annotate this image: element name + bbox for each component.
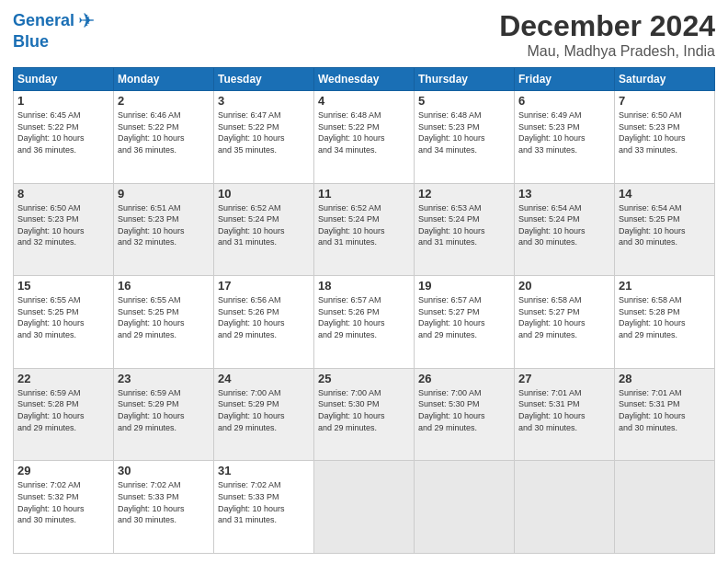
table-row: 24Sunrise: 7:00 AM Sunset: 5:29 PM Dayli… — [214, 368, 314, 461]
day-info: Sunrise: 6:55 AM Sunset: 5:25 PM Dayligh… — [118, 294, 210, 340]
day-info: Sunrise: 7:00 AM Sunset: 5:30 PM Dayligh… — [418, 387, 510, 433]
day-info: Sunrise: 6:55 AM Sunset: 5:25 PM Dayligh… — [17, 294, 109, 340]
col-tuesday: Tuesday — [214, 68, 314, 91]
day-info: Sunrise: 6:54 AM Sunset: 5:24 PM Dayligh… — [518, 202, 610, 248]
logo-text: General — [13, 12, 74, 30]
day-info: Sunrise: 6:54 AM Sunset: 5:25 PM Dayligh… — [619, 202, 711, 248]
day-number: 25 — [318, 372, 410, 385]
table-row: 15Sunrise: 6:55 AM Sunset: 5:25 PM Dayli… — [14, 276, 114, 369]
table-row — [415, 461, 515, 554]
day-info: Sunrise: 7:02 AM Sunset: 5:32 PM Dayligh… — [17, 479, 109, 525]
page-subtitle: Mau, Madhya Pradesh, India — [499, 43, 715, 60]
day-number: 30 — [118, 464, 210, 477]
day-number: 19 — [418, 279, 510, 293]
logo: General ✈ Blue — [13, 9, 95, 52]
day-number: 4 — [318, 94, 410, 108]
col-friday: Friday — [515, 68, 615, 91]
table-row: 30Sunrise: 7:02 AM Sunset: 5:33 PM Dayli… — [114, 461, 214, 554]
day-number: 20 — [518, 279, 610, 293]
day-number: 15 — [17, 279, 109, 293]
table-row: 3Sunrise: 6:47 AM Sunset: 5:22 PM Daylig… — [214, 91, 314, 184]
day-number: 2 — [118, 94, 210, 108]
calendar-header-row: Sunday Monday Tuesday Wednesday Thursday… — [14, 68, 715, 91]
table-row — [515, 461, 615, 554]
page-title: December 2024 — [499, 9, 715, 43]
table-row: 11Sunrise: 6:52 AM Sunset: 5:24 PM Dayli… — [314, 183, 415, 276]
calendar-week-5: 29Sunrise: 7:02 AM Sunset: 5:32 PM Dayli… — [14, 461, 715, 554]
day-number: 22 — [17, 372, 109, 385]
day-info: Sunrise: 6:49 AM Sunset: 5:23 PM Dayligh… — [518, 109, 610, 155]
table-row: 20Sunrise: 6:58 AM Sunset: 5:27 PM Dayli… — [515, 276, 615, 369]
day-number: 18 — [318, 279, 410, 293]
day-number: 9 — [118, 187, 210, 201]
table-row: 31Sunrise: 7:02 AM Sunset: 5:33 PM Dayli… — [214, 461, 314, 554]
table-row: 13Sunrise: 6:54 AM Sunset: 5:24 PM Dayli… — [515, 183, 615, 276]
logo-bird-icon: ✈ — [78, 9, 95, 33]
table-row: 12Sunrise: 6:53 AM Sunset: 5:24 PM Dayli… — [415, 183, 515, 276]
day-number: 24 — [218, 372, 310, 385]
table-row: 5Sunrise: 6:48 AM Sunset: 5:23 PM Daylig… — [415, 91, 515, 184]
table-row: 26Sunrise: 7:00 AM Sunset: 5:30 PM Dayli… — [415, 368, 515, 461]
day-info: Sunrise: 7:00 AM Sunset: 5:29 PM Dayligh… — [218, 387, 310, 433]
day-info: Sunrise: 6:47 AM Sunset: 5:22 PM Dayligh… — [218, 109, 310, 155]
day-number: 29 — [17, 464, 109, 477]
table-row: 16Sunrise: 6:55 AM Sunset: 5:25 PM Dayli… — [114, 276, 214, 369]
day-number: 7 — [619, 94, 711, 108]
day-number: 1 — [17, 94, 109, 108]
table-row: 10Sunrise: 6:52 AM Sunset: 5:24 PM Dayli… — [214, 183, 314, 276]
col-saturday: Saturday — [615, 68, 715, 91]
day-info: Sunrise: 6:57 AM Sunset: 5:27 PM Dayligh… — [418, 294, 510, 340]
day-info: Sunrise: 6:58 AM Sunset: 5:28 PM Dayligh… — [619, 294, 711, 340]
day-info: Sunrise: 7:01 AM Sunset: 5:31 PM Dayligh… — [518, 387, 610, 433]
table-row: 28Sunrise: 7:01 AM Sunset: 5:31 PM Dayli… — [615, 368, 715, 461]
title-area: December 2024 Mau, Madhya Pradesh, India — [499, 9, 715, 60]
day-number: 6 — [518, 94, 610, 108]
day-info: Sunrise: 6:59 AM Sunset: 5:28 PM Dayligh… — [17, 387, 109, 433]
day-number: 13 — [518, 187, 610, 201]
table-row: 22Sunrise: 6:59 AM Sunset: 5:28 PM Dayli… — [14, 368, 114, 461]
table-row: 27Sunrise: 7:01 AM Sunset: 5:31 PM Dayli… — [515, 368, 615, 461]
col-monday: Monday — [114, 68, 214, 91]
table-row: 23Sunrise: 6:59 AM Sunset: 5:29 PM Dayli… — [114, 368, 214, 461]
day-info: Sunrise: 6:45 AM Sunset: 5:22 PM Dayligh… — [17, 109, 109, 155]
day-info: Sunrise: 6:53 AM Sunset: 5:24 PM Dayligh… — [418, 202, 510, 248]
day-number: 11 — [318, 187, 410, 201]
day-number: 10 — [218, 187, 310, 201]
day-info: Sunrise: 6:48 AM Sunset: 5:22 PM Dayligh… — [318, 109, 410, 155]
table-row: 17Sunrise: 6:56 AM Sunset: 5:26 PM Dayli… — [214, 276, 314, 369]
table-row: 25Sunrise: 7:00 AM Sunset: 5:30 PM Dayli… — [314, 368, 415, 461]
day-info: Sunrise: 7:00 AM Sunset: 5:30 PM Dayligh… — [318, 387, 410, 433]
day-info: Sunrise: 7:02 AM Sunset: 5:33 PM Dayligh… — [118, 479, 210, 525]
day-number: 8 — [17, 187, 109, 201]
day-number: 14 — [619, 187, 711, 201]
col-sunday: Sunday — [14, 68, 114, 91]
day-number: 21 — [619, 279, 711, 293]
table-row: 9Sunrise: 6:51 AM Sunset: 5:23 PM Daylig… — [114, 183, 214, 276]
day-info: Sunrise: 7:02 AM Sunset: 5:33 PM Dayligh… — [218, 479, 310, 525]
day-info: Sunrise: 6:51 AM Sunset: 5:23 PM Dayligh… — [118, 202, 210, 248]
calendar-week-2: 8Sunrise: 6:50 AM Sunset: 5:23 PM Daylig… — [14, 183, 715, 276]
day-number: 31 — [218, 464, 310, 477]
day-number: 16 — [118, 279, 210, 293]
day-info: Sunrise: 6:58 AM Sunset: 5:27 PM Dayligh… — [518, 294, 610, 340]
table-row: 19Sunrise: 6:57 AM Sunset: 5:27 PM Dayli… — [415, 276, 515, 369]
calendar-table: Sunday Monday Tuesday Wednesday Thursday… — [13, 67, 715, 554]
calendar-week-3: 15Sunrise: 6:55 AM Sunset: 5:25 PM Dayli… — [14, 276, 715, 369]
table-row: 2Sunrise: 6:46 AM Sunset: 5:22 PM Daylig… — [114, 91, 214, 184]
table-row: 14Sunrise: 6:54 AM Sunset: 5:25 PM Dayli… — [615, 183, 715, 276]
table-row: 8Sunrise: 6:50 AM Sunset: 5:23 PM Daylig… — [14, 183, 114, 276]
table-row: 4Sunrise: 6:48 AM Sunset: 5:22 PM Daylig… — [314, 91, 415, 184]
day-number: 27 — [518, 372, 610, 385]
day-info: Sunrise: 6:57 AM Sunset: 5:26 PM Dayligh… — [318, 294, 410, 340]
col-wednesday: Wednesday — [314, 68, 415, 91]
table-row — [314, 461, 415, 554]
day-number: 26 — [418, 372, 510, 385]
day-info: Sunrise: 6:56 AM Sunset: 5:26 PM Dayligh… — [218, 294, 310, 340]
day-number: 5 — [418, 94, 510, 108]
day-number: 17 — [218, 279, 310, 293]
page: General ✈ Blue December 2024 Mau, Madhya… — [0, 0, 728, 563]
day-info: Sunrise: 6:48 AM Sunset: 5:23 PM Dayligh… — [418, 109, 510, 155]
day-info: Sunrise: 6:50 AM Sunset: 5:23 PM Dayligh… — [17, 202, 109, 248]
calendar-week-4: 22Sunrise: 6:59 AM Sunset: 5:28 PM Dayli… — [14, 368, 715, 461]
table-row: 7Sunrise: 6:50 AM Sunset: 5:23 PM Daylig… — [615, 91, 715, 184]
